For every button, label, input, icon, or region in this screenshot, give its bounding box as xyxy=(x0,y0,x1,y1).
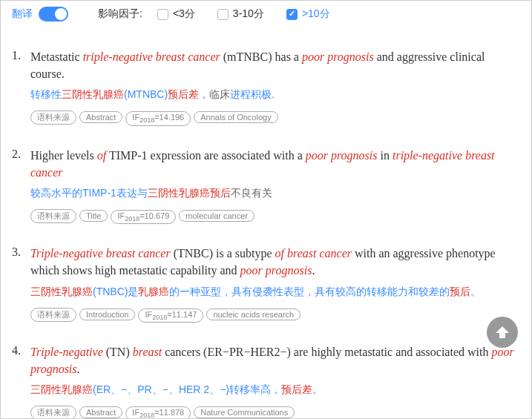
result-content: Triple-negative breast cancer (TNBC) is … xyxy=(30,245,520,323)
tag-source[interactable]: 语料来源 xyxy=(30,110,76,125)
tag-if[interactable]: IF2018=10.679 xyxy=(111,210,176,224)
result-item: 1.Metastatic triple-negative breast canc… xyxy=(12,48,520,126)
chinese-translation: 三阴性乳腺癌(ER、−、PR、−、HER 2、−)转移率高，预后差。 xyxy=(30,382,520,397)
scroll-top-button[interactable] xyxy=(487,317,518,348)
tag-source[interactable]: 语料来源 xyxy=(30,308,76,322)
tag-source[interactable]: 语料来源 xyxy=(30,406,76,419)
chinese-translation: 较高水平的TIMP-1表达与三阴性乳腺癌预后不良有关 xyxy=(30,185,520,201)
result-tags: 语料来源TitleIF2018=10.679molecular cancer xyxy=(30,208,520,224)
result-number: 2. xyxy=(12,147,30,225)
english-sentence: Metastatic triple-negative breast cancer… xyxy=(30,48,520,82)
english-sentence: Triple-negative (TN) breast cancers (ER−… xyxy=(30,343,520,377)
filter-label-gt10: >10分 xyxy=(302,7,330,21)
result-item: 2.Higher levels of TIMP-1 expression are… xyxy=(12,147,520,225)
translate-label: 翻译 xyxy=(12,7,33,21)
filter-gt10[interactable]: >10分 xyxy=(286,7,330,21)
tag-journal[interactable]: Nature Communications xyxy=(194,406,295,418)
result-content: Metastatic triple-negative breast cancer… xyxy=(30,48,520,126)
filter-label-3-10: 3-10分 xyxy=(233,7,264,21)
tag-section[interactable]: Introduction xyxy=(79,309,135,320)
tag-if[interactable]: IF2018=11.878 xyxy=(125,406,191,419)
checkbox-icon xyxy=(217,9,229,20)
tag-journal[interactable]: nucleic acids research xyxy=(206,309,301,320)
tag-section[interactable]: Abstract xyxy=(79,111,122,123)
result-number: 4. xyxy=(12,343,30,419)
result-item: 3.Triple-negative breast cancer (TNBC) i… xyxy=(12,245,520,323)
filter-3-10[interactable]: 3-10分 xyxy=(217,7,264,21)
tag-journal[interactable]: molecular cancer xyxy=(179,210,254,222)
checkbox-checked-icon xyxy=(286,9,298,20)
result-content: Triple-negative (TN) breast cancers (ER−… xyxy=(30,343,520,419)
result-tags: 语料来源IntroductionIF2018=11.147nucleic aci… xyxy=(30,307,520,323)
chinese-translation: 转移性三阴性乳腺癌(MTNBC)预后差，临床进程积极. xyxy=(30,87,520,102)
english-sentence: Higher levels of TIMP-1 expression are a… xyxy=(30,147,520,181)
filter-lt3[interactable]: <3分 xyxy=(157,7,195,21)
english-sentence: Triple-negative breast cancer (TNBC) is … xyxy=(30,245,520,279)
filter-label: 影响因子: xyxy=(98,7,142,21)
checkbox-icon xyxy=(157,9,168,20)
tag-source[interactable]: 语料来源 xyxy=(30,209,76,223)
result-tags: 语料来源AbstractIF2018=11.878Nature Communic… xyxy=(30,405,520,419)
topbar: 翻译 影响因子: <3分 3-10分 >10分 xyxy=(1,1,531,27)
tag-journal[interactable]: Annals of Oncology xyxy=(194,111,278,123)
results-list: 1.Metastatic triple-negative breast canc… xyxy=(1,48,531,419)
chinese-translation: 三阴性乳腺癌(TNBC)是乳腺癌的一种亚型，具有侵袭性表型，具有较高的转移能力和… xyxy=(30,284,520,300)
filter-label-lt3: <3分 xyxy=(173,7,195,21)
result-number: 1. xyxy=(12,48,30,126)
result-content: Higher levels of TIMP-1 expression are a… xyxy=(30,147,520,225)
arrow-up-icon xyxy=(493,323,511,341)
tag-section[interactable]: Title xyxy=(79,210,108,222)
result-tags: 语料来源AbstractIF2018=14.196Annals of Oncol… xyxy=(30,110,520,125)
result-item: 4.Triple-negative (TN) breast cancers (E… xyxy=(12,343,520,419)
result-number: 3. xyxy=(12,245,30,323)
tag-section[interactable]: Abstract xyxy=(79,406,122,418)
tag-if[interactable]: IF2018=11.147 xyxy=(138,309,203,323)
translate-toggle[interactable] xyxy=(39,7,68,22)
tag-if[interactable]: IF2018=14.196 xyxy=(125,111,191,125)
